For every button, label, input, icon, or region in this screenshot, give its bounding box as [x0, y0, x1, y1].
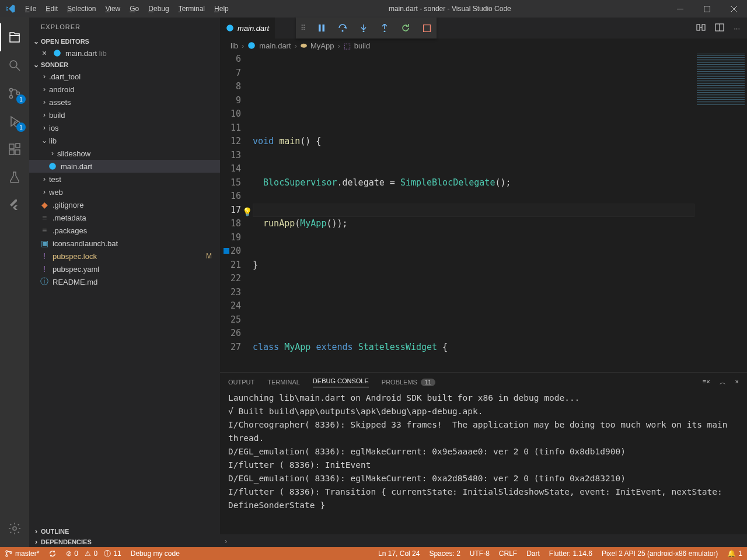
breadcrumb[interactable]: lib› main.dart› ⬬ MyApp› ⬚ build	[220, 38, 747, 52]
more-icon[interactable]: ···	[734, 24, 740, 33]
svg-line-5	[16, 67, 20, 71]
status-language[interactable]: Dart	[522, 547, 544, 560]
folder-ios[interactable]: ›ios	[29, 121, 220, 134]
status-flutter[interactable]: Flutter: 1.14.6	[544, 547, 597, 560]
menu-terminal[interactable]: Terminal	[174, 0, 210, 18]
outline-header[interactable]: ›OUTLINE	[29, 526, 220, 537]
status-device[interactable]: Pixel 2 API 25 (android-x86 emulator)	[597, 547, 722, 560]
folder-web[interactable]: ›web	[29, 186, 220, 198]
folder-lib[interactable]: ⌄lib	[29, 134, 220, 147]
file-gitignore[interactable]: ◆.gitignore	[29, 198, 220, 211]
open-editors-header[interactable]: ⌄OPEN EDITORS	[29, 36, 220, 47]
close-panel-icon[interactable]: ×	[735, 378, 739, 387]
bottom-panel: OUTPUT TERMINAL DEBUG CONSOLE PROBLEMS11…	[220, 372, 747, 547]
file-icon: ≡	[40, 213, 49, 222]
breakpoint-icon[interactable]	[224, 248, 229, 254]
open-editor-item[interactable]: × main.dart lib	[29, 47, 220, 60]
lightbulb-icon[interactable]: 💡	[242, 205, 252, 219]
run-debug-icon[interactable]: 1	[0, 107, 29, 135]
editor-area: main.dart ⠿ ··· lib› main.dart› ⬬ My	[220, 18, 747, 547]
folder-build[interactable]: ›build	[29, 108, 220, 121]
source-control-icon[interactable]: 1	[0, 79, 29, 107]
menu-help[interactable]: Help	[210, 0, 233, 18]
step-over-icon[interactable]	[337, 23, 348, 33]
folder-assets[interactable]: ›assets	[29, 96, 220, 108]
svg-rect-13	[16, 144, 20, 148]
svg-point-33	[6, 555, 8, 556]
folder-android[interactable]: ›android	[29, 83, 220, 96]
test-icon[interactable]	[0, 163, 29, 191]
step-into-icon[interactable]	[358, 23, 369, 33]
file-packages[interactable]: ≡.packages	[29, 224, 220, 237]
status-branch[interactable]: master*	[0, 547, 44, 560]
clear-console-icon[interactable]: ≡×	[703, 378, 710, 387]
panel-tab-output[interactable]: OUTPUT	[228, 379, 254, 386]
menu-debug[interactable]: Debug	[144, 0, 173, 18]
explorer-icon[interactable]	[0, 23, 29, 51]
debug-badge: 1	[16, 123, 26, 132]
debug-console-output[interactable]: Launching lib\main.dart on Android SDK b…	[220, 391, 747, 534]
folder-test[interactable]: ›test	[29, 173, 220, 186]
extensions-icon[interactable]	[0, 135, 29, 163]
panel-tab-problems[interactable]: PROBLEMS11	[382, 379, 435, 386]
status-notifications[interactable]: 🔔1	[722, 547, 747, 560]
compare-changes-icon[interactable]	[696, 23, 706, 34]
svg-point-15	[54, 50, 61, 57]
step-out-icon[interactable]	[379, 23, 390, 33]
status-problems[interactable]: ⊘0 ⚠0 ⓘ11	[61, 547, 125, 560]
status-sync[interactable]	[44, 547, 61, 560]
bat-file-icon: ▣	[40, 239, 49, 248]
status-eol[interactable]: CRLF	[494, 547, 522, 560]
sidebar-title: EXPLORER	[29, 18, 220, 36]
maximize-panel-icon[interactable]: ︿	[720, 378, 726, 387]
code-editor[interactable]: 6789101112131415161718192021222324252627…	[220, 52, 747, 372]
project-header[interactable]: ⌄SONDER	[29, 60, 220, 70]
debug-toolbar[interactable]: ⠿	[296, 18, 437, 38]
minimize-button[interactable]	[666, 0, 693, 18]
panel-tab-terminal[interactable]: TERMINAL	[267, 379, 300, 386]
svg-point-24	[384, 31, 386, 33]
restart-icon[interactable]	[400, 23, 411, 33]
pause-icon[interactable]	[316, 23, 327, 33]
console-input-chevron[interactable]: ›	[220, 534, 747, 547]
close-icon[interactable]: ×	[40, 48, 49, 58]
stop-icon[interactable]	[421, 23, 432, 33]
status-encoding[interactable]: UTF-8	[465, 547, 494, 560]
file-iconsbat[interactable]: ▣iconsandlaunch.bat	[29, 237, 220, 250]
file-pubspec-yaml[interactable]: !pubspec.yaml	[29, 262, 220, 275]
flutter-icon[interactable]	[0, 191, 29, 219]
menu-view[interactable]: View	[100, 0, 125, 18]
code-content[interactable]: void main() { BlocSupervisor.delegate = …	[253, 52, 694, 372]
drag-grip-icon[interactable]: ⠿	[301, 24, 306, 32]
minimap[interactable]	[694, 52, 747, 372]
status-cursor-pos[interactable]: Ln 17, Col 24	[374, 547, 424, 560]
split-editor-icon[interactable]	[715, 23, 724, 34]
file-metadata[interactable]: ≡.metadata	[29, 211, 220, 224]
dart-file-icon	[226, 24, 234, 32]
svg-point-31	[249, 42, 256, 49]
menu-file[interactable]: File	[20, 0, 41, 18]
svg-rect-11	[9, 150, 14, 155]
file-readme[interactable]: ⓘREADME.md	[29, 275, 220, 288]
dependencies-header[interactable]: ›DEPENDENCIES	[29, 537, 220, 547]
status-spaces[interactable]: Spaces: 2	[424, 547, 465, 560]
close-button[interactable]	[720, 0, 747, 18]
svg-rect-10	[9, 144, 14, 149]
status-bar: master* ⊘0 ⚠0 ⓘ11 Debug my code Ln 17, C…	[0, 547, 747, 560]
settings-gear-icon[interactable]	[0, 514, 29, 542]
folder-slideshow[interactable]: ›slideshow	[29, 147, 220, 160]
menu-bar: File Edit Selection View Go Debug Termin…	[20, 0, 233, 18]
panel-tab-debug-console[interactable]: DEBUG CONSOLE	[313, 377, 369, 387]
file-pubspec-lock[interactable]: !pubspec.lockM	[29, 250, 220, 262]
maximize-button[interactable]	[693, 0, 720, 18]
search-icon[interactable]	[0, 51, 29, 79]
menu-edit[interactable]: Edit	[41, 0, 62, 18]
status-debug-config[interactable]: Debug my code	[126, 547, 184, 560]
svg-rect-26	[697, 24, 700, 30]
file-main-dart[interactable]: main.dart	[29, 160, 220, 173]
tab-main-dart[interactable]: main.dart	[220, 18, 275, 38]
line-gutter[interactable]: 6789101112131415161718192021222324252627…	[220, 52, 253, 372]
menu-selection[interactable]: Selection	[62, 0, 100, 18]
folder-dart-tool[interactable]: ›.dart_tool	[29, 70, 220, 83]
menu-go[interactable]: Go	[125, 0, 144, 18]
